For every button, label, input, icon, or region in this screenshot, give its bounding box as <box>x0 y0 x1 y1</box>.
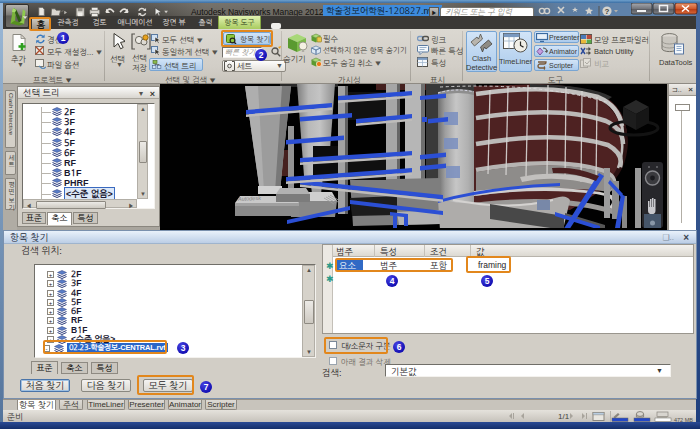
svg-text:Autodesk: Autodesk <box>237 195 261 202</box>
svg-text:?: ? <box>605 7 610 16</box>
svg-text:472 MB: 472 MB <box>674 417 693 423</box>
svg-text:1/1: 1/1 <box>558 412 570 421</box>
